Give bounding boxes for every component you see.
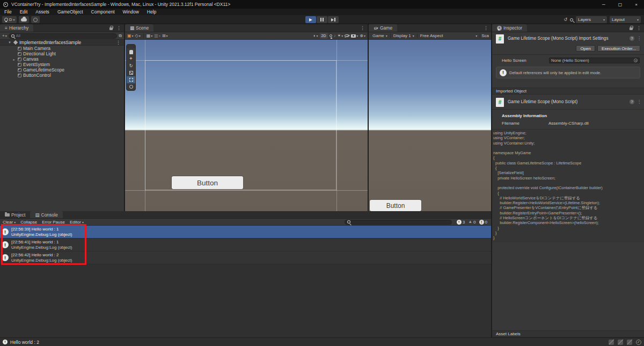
kebab-menu-icon[interactable]: ⋮ xyxy=(484,25,488,31)
error-count-badge[interactable]: ! 0 xyxy=(479,220,487,225)
object-picker-icon[interactable] xyxy=(634,59,638,62)
scale-tool-button[interactable] xyxy=(127,69,135,76)
2d-toggle-button[interactable]: 2D xyxy=(320,33,328,39)
lock-icon[interactable] xyxy=(630,27,633,30)
grid-snap-dropdown[interactable]: ▥ ▾ xyxy=(154,34,160,38)
clear-button[interactable]: Clear ▾ xyxy=(3,220,16,225)
editor-dropdown[interactable]: Editor ▾ xyxy=(70,220,84,225)
scene-visibility-toggle[interactable] xyxy=(345,34,349,37)
hierarchy-search-input[interactable] xyxy=(16,33,115,38)
info-count-badge[interactable]: ! 3 xyxy=(457,220,465,225)
snap-increment-dropdown[interactable]: ⊞ ▾ xyxy=(162,34,168,38)
help-icon[interactable]: ? xyxy=(630,99,634,104)
create-object-button[interactable]: + ▾ xyxy=(2,34,7,38)
tab-inspector[interactable]: ! Inspector xyxy=(492,24,527,32)
menu-item[interactable]: File xyxy=(4,9,12,15)
search-icon[interactable] xyxy=(570,18,573,21)
collab-disabled-icon[interactable] xyxy=(627,340,632,345)
hierarchy-item[interactable]: ▸ Main Camera xyxy=(0,46,124,51)
console-log-entry[interactable]: ! [22:56:41] Hello world : 1 UnityEngine… xyxy=(0,239,491,251)
tab-console[interactable]: ▤ Console xyxy=(30,211,62,218)
code-line: builder.RegisterEntryPoint<GamePresenter… xyxy=(493,211,644,215)
tab-game[interactable]: Game xyxy=(369,24,397,32)
hierarchy-tree: ▼ ImplementedInterfacesSample ⋮ ▸ Main C… xyxy=(0,40,124,78)
grid-visibility-dropdown[interactable]: ▦ ▾ xyxy=(147,34,153,38)
maximize-button[interactable]: ▢ xyxy=(618,2,623,7)
rect-tool-button[interactable] xyxy=(127,76,135,83)
console-log-entry[interactable]: ! [22:56:42] Hello world : 2 UnityEngine… xyxy=(0,251,491,264)
hierarchy-item[interactable]: ▸ GameLifetimeScope xyxy=(0,67,124,73)
layout-dropdown[interactable]: Layout ▾ xyxy=(610,16,641,23)
kebab-menu-icon[interactable]: ⋮ xyxy=(360,25,365,31)
menu-item[interactable]: Help xyxy=(147,9,156,15)
hierarchy-search[interactable] xyxy=(9,33,118,39)
game-viewport[interactable]: Button xyxy=(369,40,491,211)
hierarchy-item[interactable]: ▸ Directional Light xyxy=(0,51,124,56)
close-button[interactable]: × xyxy=(635,2,638,7)
tool-settings-dropdown[interactable]: ▣ ▾ xyxy=(127,34,134,38)
services-button[interactable] xyxy=(31,16,40,23)
execution-order-button[interactable]: Execution Order... xyxy=(597,45,640,52)
minimize-button[interactable]: ─ xyxy=(602,2,605,7)
tab-scene[interactable]: ▦ Scene xyxy=(125,24,153,32)
hello-screen-object-field[interactable]: None (Hello Screen) xyxy=(549,57,640,63)
scene-viewport[interactable]: Button ··· + ↻ xyxy=(125,40,368,211)
kebab-menu-icon[interactable]: ⋮ xyxy=(116,40,121,45)
display-target-dropdown[interactable]: Display 1 ▾ xyxy=(392,33,416,38)
menu-item[interactable]: Window xyxy=(123,9,139,15)
draw-mode-dropdown[interactable]: ◐ ▾ xyxy=(313,34,318,38)
hierarchy-item[interactable]: ▸ Canvas xyxy=(0,56,124,62)
menu-item[interactable]: Assets xyxy=(35,9,49,15)
palette-grip-handle[interactable]: ··· xyxy=(127,45,135,48)
step-button[interactable] xyxy=(328,16,339,23)
collapse-button[interactable]: Collapse xyxy=(20,220,37,225)
layers-dropdown[interactable]: Layers ▾ xyxy=(576,16,607,23)
cloud-button[interactable] xyxy=(19,16,29,23)
kebab-menu-icon[interactable]: ⋮ xyxy=(637,36,641,41)
rotate-tool-button[interactable]: ↻ xyxy=(127,62,135,69)
aspect-ratio-dropdown[interactable]: Free Aspect ▾ xyxy=(419,33,479,38)
open-button[interactable]: Open xyxy=(576,45,595,52)
hand-tool-button[interactable] xyxy=(127,48,135,55)
console-log-entry[interactable]: ! [22:56:39] Hello world : 1 UnityEngine… xyxy=(0,226,491,239)
foldout-closed-icon[interactable]: ▸ xyxy=(12,57,16,61)
lighting-toggle[interactable] xyxy=(330,34,332,37)
menu-item[interactable]: Component xyxy=(91,9,115,15)
transform-tool-button[interactable] xyxy=(127,83,135,90)
scene-header-row[interactable]: ▼ ImplementedInterfacesSample ⋮ xyxy=(0,40,124,46)
tab-hierarchy[interactable]: ≡ Hierarchy xyxy=(0,24,33,32)
move-tool-button[interactable]: + xyxy=(127,55,135,62)
play-button[interactable] xyxy=(305,16,316,23)
console-search[interactable] xyxy=(345,220,452,225)
camera-settings-dropdown[interactable]: ▾ xyxy=(351,34,358,38)
game-display-mode-dropdown[interactable]: Game ▾ xyxy=(371,33,389,38)
menu-item[interactable]: Edit xyxy=(20,9,28,15)
audio-toggle[interactable]: ♪ xyxy=(334,34,336,38)
scene-ui-button[interactable]: Button xyxy=(172,176,243,189)
pause-button[interactable] xyxy=(317,16,327,23)
console-search-input[interactable] xyxy=(352,220,449,224)
pivot-dropdown[interactable]: ◇ ▾ xyxy=(135,34,141,38)
kebab-menu-icon[interactable]: ⋮ xyxy=(637,99,641,104)
lock-icon[interactable] xyxy=(109,27,113,30)
kebab-menu-icon[interactable]: ⋮ xyxy=(116,25,121,31)
warning-count-badge[interactable]: ▲ 0 xyxy=(468,220,475,225)
gizmos-dropdown[interactable]: ⊕ ▾ xyxy=(360,34,365,38)
search-window-icon[interactable]: ⧉ xyxy=(119,34,122,38)
effects-dropdown[interactable]: ✶ ▾ xyxy=(338,34,343,38)
undo-history-button[interactable]: ↺ xyxy=(564,18,567,22)
activity-check-icon[interactable]: ✓ xyxy=(636,340,641,345)
foldout-open-icon[interactable]: ▼ xyxy=(8,41,12,44)
status-bar[interactable]: ! Hello world : 2 ✓ xyxy=(0,337,644,346)
cloud-disabled-icon[interactable] xyxy=(618,340,623,345)
kebab-menu-icon[interactable]: ⋮ xyxy=(636,25,641,31)
account-dropdown[interactable]: D ▾ xyxy=(2,16,17,23)
tab-project[interactable]: Project xyxy=(0,211,30,218)
error-pause-button[interactable]: Error Pause xyxy=(42,220,65,225)
notifications-disabled-icon[interactable] xyxy=(609,340,614,345)
menu-item[interactable]: GameObject xyxy=(57,9,83,15)
game-ui-button[interactable]: Button xyxy=(370,200,421,211)
hierarchy-item[interactable]: ▸ ButtonControl xyxy=(0,73,124,78)
hierarchy-item[interactable]: ▸ EventSystem xyxy=(0,62,124,67)
help-icon[interactable]: ? xyxy=(630,36,634,41)
